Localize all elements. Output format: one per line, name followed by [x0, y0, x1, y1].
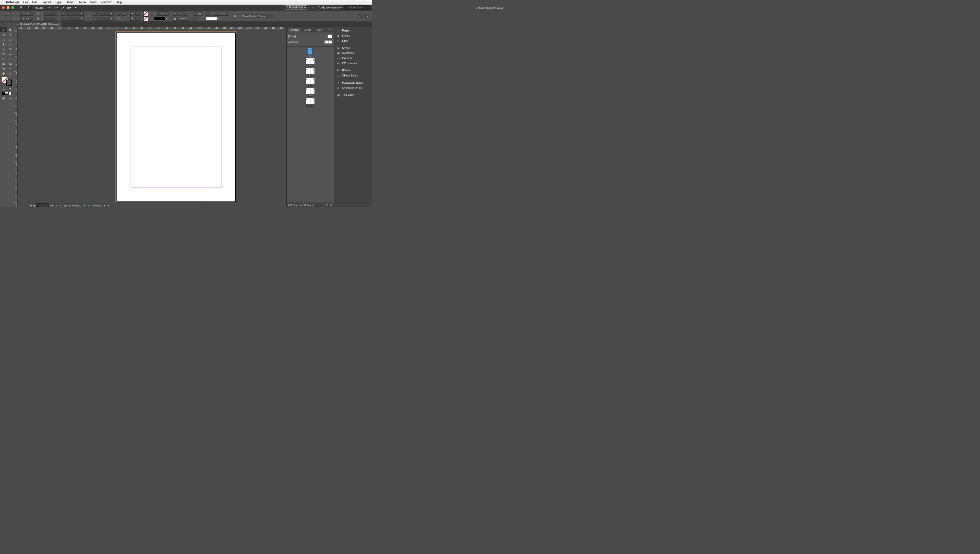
scale-y-icon[interactable]: ↕ — [61, 17, 65, 21]
flip-h-icon[interactable]: ⇋ — [130, 11, 134, 16]
menu-layout[interactable]: Layout — [41, 0, 51, 4]
gradient-feather-tool[interactable]: ▤ — [7, 61, 14, 66]
master-a[interactable]: A-Master — [288, 39, 332, 45]
direct-selection-tool[interactable]: ▶ — [7, 27, 14, 32]
select-content-icon[interactable]: ▭ — [178, 11, 182, 16]
preview-view-icon[interactable]: ▭ — [7, 96, 14, 101]
gpu-preview-icon[interactable]: ✦ — [73, 6, 78, 10]
pencil-tool[interactable]: ✎ — [7, 47, 14, 52]
flip-v-icon[interactable]: ⇵ — [135, 11, 140, 16]
maximize-window[interactable] — [11, 6, 14, 9]
stroke-arrow-icon[interactable]: ▸ — [149, 18, 150, 20]
page-number-field[interactable] — [36, 203, 49, 207]
align-arrow-icon[interactable]: ▾ — [218, 18, 219, 20]
master-none[interactable]: [None] — [288, 34, 332, 39]
h-field[interactable] — [45, 17, 57, 21]
preflight-preset[interactable]: [Basic] (working) — [64, 204, 81, 207]
panel-menu-icon[interactable]: ≡ — [331, 29, 332, 31]
object-style-dropdown[interactable]: [Basic Graphics Frame]+▾ — [241, 14, 274, 18]
stroke-style-swatch[interactable] — [154, 17, 165, 20]
stroke-swatch-icon[interactable] — [143, 16, 148, 21]
page-dropdown-icon[interactable]: ▾ — [49, 204, 51, 207]
menu-help[interactable]: Help — [116, 0, 122, 4]
adobe-stock-search[interactable]: ⌕ Adobe Stock — [344, 5, 370, 10]
rectangle-tool[interactable]: ▭ — [7, 52, 14, 56]
page-thumbnail[interactable]: A — [310, 68, 315, 74]
normal-view-icon[interactable]: ▣ — [0, 96, 7, 101]
zoom-tool[interactable]: ⌕ — [7, 71, 14, 76]
publish-online-button[interactable]: ⤴ Publish Online — [284, 5, 309, 10]
page-thumbnail[interactable]: A — [310, 58, 315, 64]
stepper-icon[interactable]: ⇕ — [18, 13, 19, 15]
stepper-icon[interactable]: ⇕ — [18, 18, 19, 20]
dock-item-layers[interactable]: ≣Layers — [334, 33, 372, 38]
menu-object[interactable]: Object — [66, 0, 75, 4]
dock-item-objstyle[interactable]: ⬚Object Styles — [334, 73, 372, 78]
fx-icon[interactable]: fx. — [183, 11, 187, 16]
apply-color-icon[interactable] — [2, 92, 5, 95]
dock-item-fx[interactable]: fxEffects — [334, 68, 372, 73]
errors-dropdown-icon[interactable]: ▾ — [104, 204, 105, 207]
vertical-ruler[interactable]: 0102030405060708090100110120130140150160… — [14, 30, 18, 207]
gradient-swatch-tool[interactable]: ▦ — [0, 61, 7, 66]
fill-stroke-control[interactable] — [2, 77, 12, 86]
free-transform-tool[interactable]: ⤡ — [7, 56, 14, 61]
control-menu-icon[interactable]: ≡ — [365, 14, 369, 18]
text-wrap-bbox-icon[interactable]: ▦ — [198, 11, 202, 16]
screen-mode-icon[interactable]: ▢▾ — [60, 6, 65, 10]
frame-fit-icon[interactable]: ▣ — [233, 14, 237, 18]
rotate-cw-icon[interactable]: ⟳ — [123, 11, 126, 16]
arrange-docs-icon[interactable]: ▦▾ — [67, 6, 72, 10]
stock-button[interactable]: St — [26, 6, 32, 10]
dock-item-pages[interactable]: ▫▫Pages — [334, 28, 372, 33]
menu-file[interactable]: File — [23, 0, 28, 4]
stroke-weight-field[interactable]: 0 mm▾ — [157, 11, 169, 16]
fill-arrow-icon[interactable]: ▸ — [149, 13, 150, 15]
flip-h2-icon[interactable]: ⇋ — [130, 17, 134, 21]
preflight-dropdown-icon[interactable]: ▾ — [84, 204, 85, 207]
workspace-switcher[interactable]: Yordy workspace ▾ — [318, 6, 342, 9]
pen-tool[interactable]: ✒ — [0, 47, 7, 52]
page-thumbnail[interactable]: A — [305, 78, 310, 84]
dock-item-char[interactable]: ACharacter Styles — [334, 85, 372, 90]
menu-edit[interactable]: Edit — [32, 0, 38, 4]
scale-x-field[interactable]: ▾ — [66, 11, 84, 16]
page-spread[interactable]: AA6-7 — [305, 78, 315, 87]
dock-item-stroke[interactable]: ≡Stroke — [334, 45, 372, 50]
tab-pages[interactable]: Pages — [288, 28, 301, 32]
new-page-icon[interactable]: ⊞ — [326, 204, 328, 206]
rotate-ccw-icon[interactable]: ⟲ — [117, 11, 121, 16]
select-container-icon[interactable]: ▭ — [173, 11, 177, 16]
dock-item-cc[interactable]: ⊚CC Libraries — [334, 61, 372, 66]
stepper-icon[interactable]: ⇕ — [41, 18, 43, 20]
page-spread[interactable]: A1 — [308, 48, 312, 57]
apply-none-icon[interactable] — [8, 92, 11, 95]
panel-collapse-icon[interactable]: » — [329, 29, 330, 31]
w-field[interactable] — [45, 12, 57, 16]
menu-window[interactable]: Window — [101, 0, 111, 4]
stroke-color-icon[interactable] — [6, 80, 12, 86]
canvas[interactable] — [18, 30, 286, 207]
hand-tool[interactable]: ✋ — [0, 71, 7, 76]
page-spread[interactable]: AA8-9 — [305, 88, 315, 97]
zoom-level[interactable]: 96,2% — [34, 6, 45, 9]
corner-options-icon[interactable]: ⬚ — [193, 17, 197, 21]
reference-point[interactable] — [3, 13, 9, 19]
dock-item-para[interactable]: ¶Paragraph Styles — [334, 80, 372, 85]
dock-item-gradient[interactable]: ▭Gradient — [334, 56, 372, 61]
rotate-field[interactable]: ▾ — [99, 11, 113, 16]
close-tab-icon[interactable]: × — [17, 23, 18, 26]
p-icon[interactable]: P — [117, 17, 119, 21]
preflight-errors[interactable]: No errors — [92, 204, 102, 207]
gap-field[interactable] — [214, 12, 229, 16]
stepper-icon[interactable]: ⇕ — [154, 13, 156, 15]
preflight-open-icon[interactable]: ⊙ — [59, 204, 62, 207]
align-strip[interactable] — [206, 17, 217, 20]
x-field[interactable] — [21, 12, 33, 16]
gap-tool[interactable]: ⫴ — [7, 32, 14, 37]
note-tool[interactable]: ▭ — [0, 66, 7, 71]
document-page[interactable] — [117, 33, 235, 201]
close-window[interactable] — [2, 6, 5, 9]
app-name[interactable]: InDesign — [6, 0, 19, 4]
scissors-tool[interactable]: ✂ — [0, 56, 7, 61]
